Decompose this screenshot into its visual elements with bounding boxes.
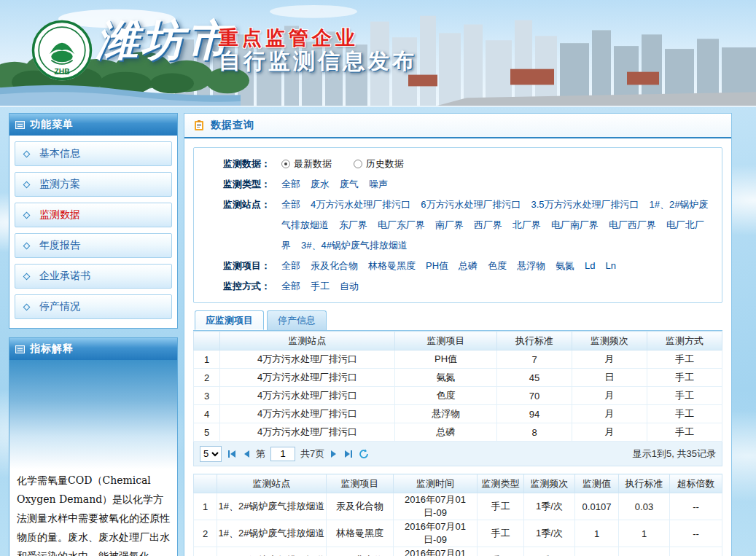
table-header-cell: 监测时间 <box>394 474 478 493</box>
filter-option-link[interactable]: 西厂界 <box>474 219 502 230</box>
diamond-icon <box>23 211 31 219</box>
radio-latest-data[interactable]: 最新数据 <box>281 158 335 169</box>
table-cell: 1#、2#锅炉废气排放烟道 <box>217 520 327 547</box>
filter-label: 监测数据： <box>223 154 281 174</box>
table-cell: 月 <box>572 387 647 405</box>
table-cell: 45 <box>497 369 572 387</box>
table-header-cell: 执行标准 <box>497 332 572 351</box>
filter-option-link[interactable]: 6万方污水处理厂排污口 <box>421 199 521 210</box>
tab-monitor-items[interactable]: 应监测项目 <box>195 310 264 330</box>
filter-option-link[interactable]: 废水 <box>311 179 330 189</box>
menu-panel: 功能菜单 基本信息 监测方案 监测数据 年度报告 <box>9 113 178 329</box>
table-cell: 70 <box>497 387 572 405</box>
table-cell: 悬浮物 <box>395 405 497 423</box>
filter-option-link[interactable]: Ln <box>606 260 616 271</box>
filter-option-link[interactable]: 色度 <box>488 260 507 271</box>
table-row[interactable]: 3 3#、4#锅炉废气排放烟道 汞及化合物 2016年07月01日-09 手工 … <box>194 547 722 556</box>
filter-option-link[interactable]: 全部 <box>281 260 300 271</box>
banner: ZHB 潍坊市 重点监管企业 自行监测信息发布 <box>0 0 756 107</box>
filter-option-link[interactable]: 全部 <box>281 281 300 291</box>
diamond-icon <box>23 242 31 249</box>
filter-option-link[interactable]: 电厂东厂界 <box>378 219 425 230</box>
filter-option-link[interactable]: 全部 <box>281 199 300 210</box>
filter-row-monitor-data: 监测数据： 最新数据 历史数据 <box>223 154 712 174</box>
filter-option-link[interactable]: 自动 <box>340 281 359 291</box>
table-header-cell: 监测站点 <box>220 332 395 351</box>
page-number-input[interactable] <box>270 447 295 461</box>
table-cell: 8 <box>497 423 572 442</box>
table-row[interactable]: 1 1#、2#锅炉废气排放烟道 汞及化合物 2016年07月01日-09 手工 … <box>194 493 722 520</box>
filter-option-link[interactable]: 电厂南厂界 <box>551 219 599 230</box>
refresh-button[interactable] <box>359 449 369 459</box>
filter-option-link[interactable]: 手工 <box>311 281 330 291</box>
row-number-cell: 1 <box>194 493 217 520</box>
table-cell: 月 <box>572 351 647 369</box>
filter-option-link[interactable]: 4万方污水处理厂排污口 <box>311 199 410 210</box>
filter-option-link[interactable]: 电厂西厂界 <box>609 219 656 230</box>
filter-option-link[interactable]: 悬浮物 <box>517 260 545 271</box>
table-cell: 日 <box>572 369 647 387</box>
table-row[interactable]: 2 4万方污水处理厂排污口 氨氮 45 日 手工 <box>194 369 722 387</box>
table-row[interactable]: 4 4万方污水处理厂排污口 悬浮物 94 月 手工 <box>194 405 722 423</box>
filter-option-link[interactable]: PH值 <box>426 260 448 271</box>
sidebar-item-monitor-data[interactable]: 监测数据 <box>15 203 172 227</box>
sidebar-item-label: 年度报告 <box>39 239 80 252</box>
filter-option-link[interactable]: 东厂界 <box>339 219 367 230</box>
row-number-cell: 2 <box>194 520 217 547</box>
table-cell: -- <box>670 520 722 547</box>
filter-row-monitor-type: 监测类型： 全部废水废气噪声 <box>223 174 712 195</box>
next-page-button[interactable] <box>330 450 338 458</box>
table-cell: 2016年07月01日-09 <box>394 547 478 556</box>
sidebar-item-annual-report[interactable]: 年度报告 <box>15 233 172 258</box>
filter-option-link[interactable]: 氨氮 <box>556 260 574 271</box>
table-cell: 4万方污水处理厂排污口 <box>220 369 395 387</box>
table-header-cell: 监测频次 <box>524 474 575 493</box>
page-size-select[interactable]: 5 <box>200 446 222 462</box>
tab-shutdown-info[interactable]: 停产信息 <box>267 310 327 330</box>
table-cell: 1季/次 <box>524 547 575 556</box>
table-row[interactable]: 5 4万方污水处理厂排污口 总磷 8 月 手工 <box>194 423 722 442</box>
filter-box: 监测数据： 最新数据 历史数据 监测类型： 全部废水废气噪声 监测站点： <box>193 147 722 303</box>
filter-option-link[interactable]: Ld <box>585 260 595 271</box>
data-query-header: 数据查询 <box>184 114 731 138</box>
radio-checked-icon <box>281 160 290 168</box>
filter-option-link[interactable]: 北厂界 <box>513 219 541 230</box>
sidebar-item-basic-info[interactable]: 基本信息 <box>15 141 172 166</box>
prev-page-button[interactable] <box>242 450 251 458</box>
last-page-button[interactable] <box>343 450 354 458</box>
filter-label: 监测项目： <box>223 256 281 276</box>
table-row[interactable]: 1 4万方污水处理厂排污口 PH值 7 月 手工 <box>194 351 722 369</box>
filter-option-link[interactable]: 汞及化合物 <box>311 260 358 271</box>
radio-unchecked-icon <box>354 160 362 168</box>
menu-body: 基本信息 监测方案 监测数据 年度报告 企业承诺书 <box>9 136 177 328</box>
diamond-icon <box>23 181 31 188</box>
table-cell: 手工 <box>647 387 722 405</box>
table-cell: 手工 <box>647 351 722 369</box>
filter-option-link[interactable]: 林格曼黑度 <box>368 260 416 271</box>
sidebar-item-label: 监测数据 <box>39 208 80 222</box>
monitor-data-table: 监测站点 监测项目 监测时间 监测类型 监测频次 监测值 执行标准 超标倍数 1 <box>193 474 722 556</box>
table-cell: 2016年07月01日-09 <box>394 493 478 520</box>
sidebar-item-shutdown-status[interactable]: 停产情况 <box>15 294 172 319</box>
sidebar-item-monitor-plan[interactable]: 监测方案 <box>15 172 172 197</box>
filter-option-link[interactable]: 总磷 <box>459 260 478 271</box>
table-row[interactable]: 2 1#、2#锅炉废气排放烟道 林格曼黑度 2016年07月01日-09 手工 … <box>194 520 722 547</box>
table-header-row: 监测站点 监测项目 监测时间 监测类型 监测频次 监测值 执行标准 超标倍数 <box>194 474 722 493</box>
filter-option-link[interactable]: 南厂界 <box>435 219 464 230</box>
filter-option-link[interactable]: 废气 <box>340 179 359 189</box>
row-number-cell: 4 <box>194 405 220 423</box>
filter-label: 监测站点： <box>223 195 281 256</box>
table-cell: -- <box>670 493 722 520</box>
table-row[interactable]: 3 4万方污水处理厂排污口 色度 70 月 手工 <box>194 387 722 405</box>
site-title-calligraphy: 潍坊市 <box>96 19 232 61</box>
page-prefix-label: 第 <box>256 447 265 461</box>
filter-option-link[interactable]: 3#、4#锅炉废气排放烟道 <box>301 240 408 251</box>
filter-option-link[interactable]: 噪声 <box>369 179 388 189</box>
filter-option-link[interactable]: 全部 <box>281 179 300 189</box>
first-page-button[interactable] <box>227 450 237 458</box>
sidebar-item-commitment-letter[interactable]: 企业承诺书 <box>15 264 172 289</box>
indicator-text: 化学需氧量COD（Chemical Oxygen Demand）是以化学方法测量… <box>17 471 170 556</box>
table-cell: 色度 <box>395 387 497 405</box>
radio-history-data[interactable]: 历史数据 <box>354 158 404 169</box>
filter-option-link[interactable]: 3.5万方污水处理厂排污口 <box>531 199 639 210</box>
